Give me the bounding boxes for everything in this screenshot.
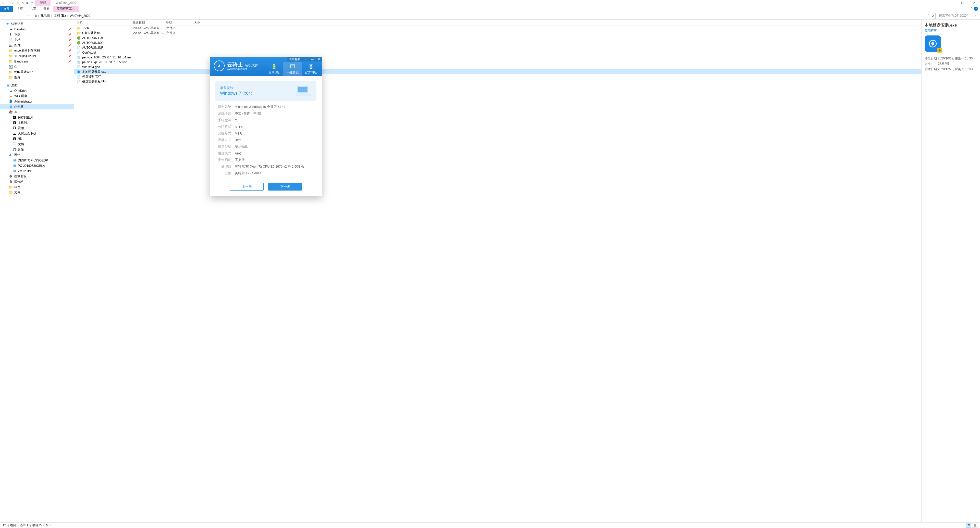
file-date: 2020/12/25, 星期五 1... <box>133 26 166 30</box>
nav-item[interactable]: 📄文档 <box>0 141 74 147</box>
close-button[interactable]: ✕ <box>968 0 980 6</box>
nav-item[interactable]: 🖼保存的图片 <box>0 115 74 120</box>
file-row[interactable]: 📄光盘说明.TXT <box>74 74 921 79</box>
check-icon[interactable]: ✓ <box>11 1 15 5</box>
dialog-menu-button[interactable]: ≡ <box>302 57 309 62</box>
nav-item[interactable]: 📁YUNQISHI2019📌 <box>0 53 74 59</box>
maximize-button[interactable]: ☐ <box>956 0 968 6</box>
dialog-minimize-button[interactable]: — <box>309 57 315 62</box>
nav-item-icon: 🖼 <box>12 121 16 125</box>
view-details-button[interactable]: ☰ <box>966 523 971 528</box>
view-icons-button[interactable]: ▦ <box>972 523 977 528</box>
help-icon[interactable]: ? <box>974 6 978 11</box>
dialog-tab[interactable]: 🔋启动U盘 <box>265 62 283 76</box>
open-icon[interactable]: ▥ <box>16 1 20 5</box>
status-bar: 12 个项目 选中 1 个项目 27.6 MB ☰ ▦ <box>0 522 980 528</box>
ribbon-tab-apptools[interactable]: 应用程序工具 <box>53 6 79 12</box>
nav-forward-button[interactable]: → <box>10 13 16 19</box>
refresh-icon[interactable]: ⟳ <box>932 14 934 17</box>
file-row[interactable]: 🔷本地硬盘安装.exe <box>74 70 921 74</box>
nav-item[interactable]: 📁excel表格制作求和📌 <box>0 48 74 53</box>
nav-item[interactable]: 📄文档📌 <box>0 37 74 43</box>
nav-item[interactable]: 🖼图片📌 <box>0 43 74 48</box>
nav-network[interactable]: 🖧 网络 <box>0 152 74 158</box>
ribbon-tab-share[interactable]: 共享 <box>27 6 40 12</box>
nav-item[interactable]: ⚙控制面板 <box>0 174 74 179</box>
column-header-type[interactable]: 类型 <box>166 20 194 25</box>
crumb-sep-icon: › <box>38 14 39 17</box>
nav-item[interactable]: ☁WPS网盘 <box>0 94 74 99</box>
address-dropdown-icon[interactable]: ˅ <box>928 14 929 17</box>
nav-item[interactable]: 🖥ZMT2019 <box>0 168 74 174</box>
detail-property: 修改日期:2020/10/12, 星期一 15:30 <box>924 56 977 61</box>
search-input[interactable]: 搜索"Win7x64_2020" ⌕ <box>937 13 978 19</box>
nav-item[interactable]: 📁软件 <box>0 184 74 190</box>
ribbon-expand-icon[interactable]: ˅ <box>971 7 972 11</box>
file-row[interactable]: 🟢AUTORUN.ICO <box>74 40 921 45</box>
close-red-icon[interactable]: ✕ <box>21 1 24 5</box>
nav-back-button[interactable]: ← <box>2 13 8 19</box>
nav-item[interactable]: 🖥此电脑 <box>0 104 74 109</box>
nav-item[interactable]: 🖥DESKTOP-LSSOEDP <box>0 158 74 163</box>
file-row[interactable]: 💿pe_yqs_xp_20_07_31_15_53.iso <box>74 60 921 65</box>
nav-up-button[interactable]: ↑ <box>25 13 31 19</box>
nav-item[interactable]: 📁文件 <box>0 190 74 195</box>
nav-item[interactable]: ⬇下载📌 <box>0 32 74 37</box>
nav-item-label: YUNQISHI2019 <box>14 54 36 58</box>
file-row[interactable]: 📄AUTORUN.INF <box>74 45 921 50</box>
file-row[interactable]: 📄Config.dat <box>74 50 921 55</box>
disc-icon[interactable]: ◉ <box>25 1 29 5</box>
nav-item[interactable]: 🖥PC-20190530OBLA <box>0 163 74 168</box>
file-row[interactable]: 📄硬盘安装教程.html <box>74 79 921 84</box>
nav-item-label: ZMT2019 <box>18 170 31 173</box>
nav-item[interactable]: ☁天翼云盘下载 <box>0 131 74 136</box>
nav-desktop[interactable]: 🖥 桌面 <box>0 82 74 88</box>
file-icon: 📄 <box>76 75 81 79</box>
nav-item[interactable]: 📁Bandicam📌 <box>0 59 74 64</box>
qat-dropdown-icon[interactable]: ▾ <box>30 1 34 5</box>
nav-item-label: 图片 <box>14 43 21 48</box>
file-row[interactable]: 📄Win7x64.gho <box>74 65 921 70</box>
nav-item[interactable]: 📁win7重装win7 <box>0 70 74 75</box>
ribbon-tab-view[interactable]: 查看 <box>40 6 53 12</box>
crumb-sep-icon: › <box>67 14 68 17</box>
column-header-date[interactable]: 修改日期 <box>133 20 166 25</box>
nav-quickaccess[interactable]: ★ 快速访问 <box>0 21 74 27</box>
nav-item[interactable]: ☁OneDrive <box>0 88 74 94</box>
nav-item-icon: 🗑 <box>9 180 13 184</box>
breadcrumb[interactable]: Win7x64_2020 <box>69 14 91 17</box>
ribbon-tab-file[interactable]: 文件 <box>0 6 13 12</box>
nav-item[interactable]: 🖼图片 <box>0 136 74 141</box>
nav-item[interactable]: 🎵音乐 <box>0 147 74 152</box>
file-row[interactable]: 🟢AUTORUN.EXE <box>74 35 921 40</box>
nav-item-icon: ☁ <box>12 132 16 136</box>
minimize-button[interactable]: — <box>945 0 956 6</box>
dialog-close-button[interactable]: ✕ <box>315 57 322 62</box>
file-pane: 名称˅ 修改日期 类型 大小 📁Tools2020/12/25, 星期五 1..… <box>74 20 921 522</box>
nav-item[interactable]: 👤Administrator <box>0 99 74 104</box>
breadcrumb[interactable]: 此电脑 <box>40 14 50 18</box>
prev-step-button[interactable]: 上一步 <box>230 183 264 190</box>
nav-item[interactable]: 🎞视频 <box>0 125 74 131</box>
column-header-size[interactable]: 大小 <box>194 20 215 25</box>
nav-item[interactable]: 🗑回收站 <box>0 179 74 184</box>
nav-item[interactable]: 📚库 <box>0 109 74 115</box>
nav-history-dropdown[interactable]: ˅ <box>18 13 24 19</box>
file-row[interactable]: 📁Tools2020/12/25, 星期五 1...文件夹 <box>74 26 921 31</box>
breadcrumb[interactable]: 文档 (E:) <box>53 14 66 18</box>
nav-item[interactable]: 💽G:\ <box>0 64 74 70</box>
ribbon-tab-home[interactable]: 主页 <box>13 6 27 12</box>
nav-item[interactable]: 🖥Desktop📌 <box>0 27 74 32</box>
file-row[interactable]: 📁U盘安装教程2020/12/25, 星期五 1...文件夹 <box>74 31 921 35</box>
file-row[interactable]: 💿pe_yqs_1064_20_07_31_16_04.iso <box>74 55 921 60</box>
dialog-tab[interactable]: 🗔一键装机 <box>283 62 302 76</box>
nav-item[interactable]: 📁图片 <box>0 75 74 80</box>
dialog-tab[interactable]: ⓔ官方网址 <box>302 62 320 76</box>
nav-item[interactable]: 🖼本机照片 <box>0 120 74 125</box>
column-header-name[interactable]: 名称˅ <box>74 20 133 25</box>
contact-support-link[interactable]: 联系客服 <box>287 57 302 61</box>
file-icon: 📄 <box>76 65 81 69</box>
next-step-button[interactable]: 下一步 <box>268 183 302 190</box>
property-value: Microsoft Windows 10 企业版 64 位 <box>235 105 286 109</box>
address-bar[interactable]: 🖥 › 此电脑 › 文档 (E:) › Win7x64_2020 ˅ ⟳ <box>33 13 935 19</box>
